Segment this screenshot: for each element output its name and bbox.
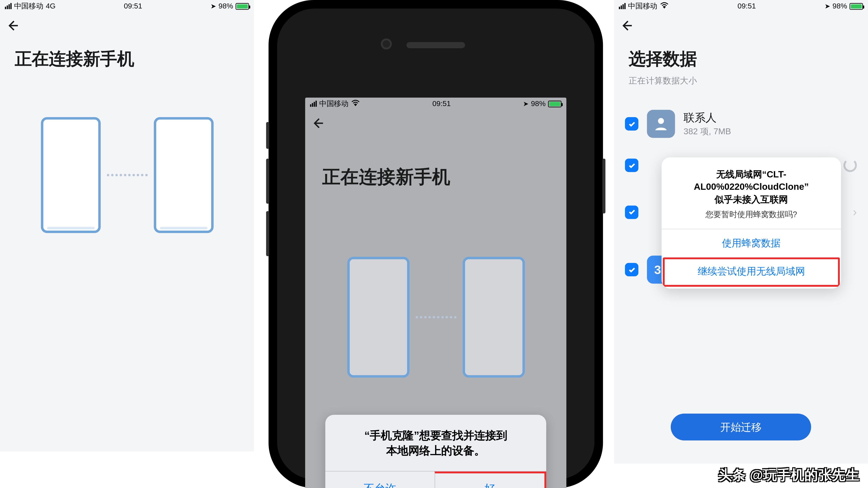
connecting-dots-icon <box>106 174 147 176</box>
connecting-dots-icon <box>415 316 456 318</box>
network-label: 4G <box>46 2 56 10</box>
loading-spinner-icon <box>843 159 857 172</box>
checkbox-icon[interactable] <box>625 205 639 219</box>
back-button[interactable] <box>305 110 332 137</box>
battery-pct: 98% <box>832 2 847 10</box>
carrier-label: 中国移动 <box>14 1 43 11</box>
screenshot-right: 中国移动 09:51 ➤ 98% 选择数据 正在计算数据大小 <box>614 0 868 464</box>
earpiece-icon <box>406 42 465 48</box>
status-bar: 中国移动 4G 09:51 ➤ 98% <box>0 0 254 12</box>
back-arrow-icon <box>620 19 633 32</box>
popover-title: 无线局域网“CLT- AL00%0220%CloudClone” 似乎未接入互联… <box>662 158 841 207</box>
phone-old-icon <box>40 117 100 233</box>
back-button[interactable] <box>614 12 641 39</box>
wifi-icon <box>351 99 360 108</box>
contacts-icon <box>647 110 675 138</box>
carrier-label: 中国移动 <box>319 98 348 109</box>
iphone-device-frame: 中国移动 09:51 ➤ 98% 正在连接新手机 <box>269 0 603 488</box>
phone-new-icon <box>153 117 213 233</box>
location-icon: ➤ <box>825 2 830 10</box>
battery-icon <box>236 3 249 9</box>
popover-subtitle: 您要暂时使用蜂窝数据吗? <box>662 207 841 229</box>
location-icon: ➤ <box>523 100 528 108</box>
allow-button[interactable]: 好 <box>435 471 547 488</box>
wifi-not-connected-popover: 无线局域网“CLT- AL00%0220%CloudClone” 似乎未接入互联… <box>662 158 841 289</box>
checkbox-icon[interactable] <box>625 117 639 131</box>
checkbox-icon[interactable] <box>625 263 639 276</box>
signal-icon <box>619 3 626 9</box>
back-button[interactable] <box>0 12 27 39</box>
connecting-illustration <box>0 117 254 233</box>
watermark: 头条 @玩手机的张先生 <box>718 466 860 484</box>
signal-icon <box>5 3 12 9</box>
use-cellular-button[interactable]: 使用蜂窝数据 <box>662 229 841 258</box>
page-title: 正在连接新手机 <box>0 39 254 74</box>
page-subtitle: 正在计算数据大小 <box>614 74 868 98</box>
clock-label: 09:51 <box>738 2 756 10</box>
back-arrow-icon <box>311 117 324 130</box>
clock-label: 09:51 <box>124 2 142 10</box>
location-icon: ➤ <box>211 2 216 10</box>
checkbox-icon[interactable] <box>625 159 639 172</box>
camera-icon <box>381 38 392 50</box>
page-title: 正在连接新手机 <box>305 137 566 190</box>
item-detail: 382 项, 7MB <box>684 126 731 137</box>
svg-point-0 <box>658 118 664 124</box>
battery-icon <box>548 100 562 107</box>
connecting-illustration <box>305 257 566 378</box>
screenshot-left: 中国移动 4G 09:51 ➤ 98% 正在连接新手机 <box>0 0 254 451</box>
start-transfer-button[interactable]: 开始迁移 <box>671 414 811 441</box>
battery-pct: 98% <box>219 2 233 10</box>
keep-trying-wifi-button[interactable]: 继续尝试使用无线局域网 <box>663 257 840 287</box>
item-title: 联系人 <box>684 110 731 125</box>
back-arrow-icon <box>6 19 20 32</box>
dialog-message: “手机克隆”想要查找并连接到 本地网络上的设备。 <box>325 415 546 471</box>
chevron-right-icon: › <box>853 205 857 219</box>
signal-icon <box>310 101 317 107</box>
screenshot-center: 中国移动 09:51 ➤ 98% 正在连接新手机 <box>305 98 566 488</box>
status-bar: 中国移动 09:51 ➤ 98% <box>614 0 868 12</box>
battery-pct: 98% <box>531 99 546 108</box>
local-network-permission-dialog: “手机克隆”想要查找并连接到 本地网络上的设备。 不允许 好 <box>325 415 546 488</box>
wifi-icon <box>660 2 669 10</box>
page-title: 选择数据 <box>614 39 868 74</box>
phone-old-icon <box>347 257 409 378</box>
list-item-contacts[interactable]: 联系人 382 项, 7MB <box>624 98 858 150</box>
phone-new-icon <box>462 257 525 378</box>
carrier-label: 中国移动 <box>628 1 657 11</box>
battery-icon <box>849 3 863 9</box>
status-bar: 中国移动 09:51 ➤ 98% <box>305 98 566 110</box>
clock-label: 09:51 <box>432 99 451 108</box>
deny-button[interactable]: 不允许 <box>325 471 434 488</box>
